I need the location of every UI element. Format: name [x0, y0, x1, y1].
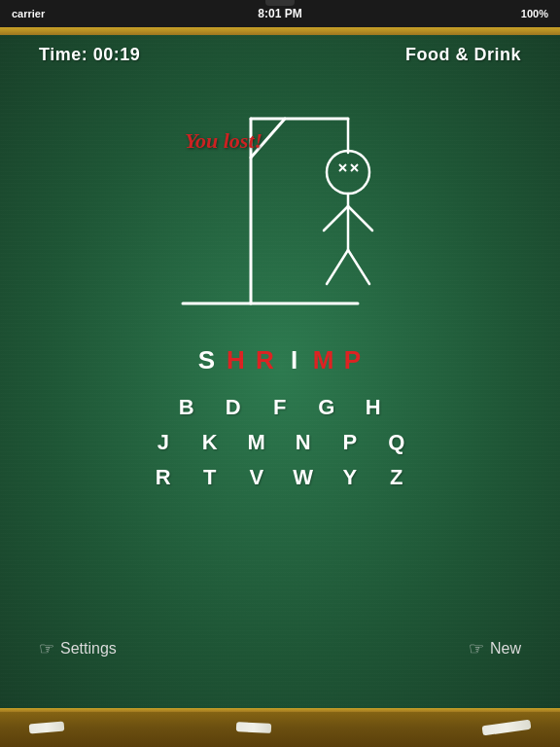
key-M[interactable]: M	[243, 430, 270, 455]
category-display: Food & Drink	[405, 45, 521, 65]
key-D[interactable]: D	[220, 395, 247, 420]
key-F[interactable]: F	[266, 395, 294, 420]
settings-button[interactable]: ☞ Settings	[39, 638, 117, 659]
keyboard-row-2: J K M N P Q	[150, 430, 410, 455]
key-T[interactable]: T	[196, 465, 224, 490]
new-hand-icon: ☞	[469, 638, 484, 659]
chalkboard: Time: 00:19 Food & Drink	[0, 27, 560, 708]
keyboard-row-3: R T V W Y Z	[150, 465, 410, 490]
word-display: S H R I M P	[0, 345, 560, 375]
svg-line-14	[348, 250, 369, 284]
word-letter-4: I	[283, 345, 306, 375]
key-G[interactable]: G	[313, 395, 340, 420]
chalk-piece-3	[482, 720, 532, 736]
camera-notch	[265, 0, 295, 6]
svg-point-5	[327, 151, 369, 194]
svg-line-13	[327, 250, 348, 284]
new-label: New	[490, 640, 521, 658]
battery-indicator: 100%	[521, 8, 548, 19]
key-J[interactable]: J	[150, 430, 177, 455]
carrier-text: carrier	[12, 8, 45, 19]
svg-line-11	[324, 206, 348, 231]
key-P[interactable]: P	[336, 430, 364, 455]
clock: 8:01 PM	[258, 7, 301, 20]
word-letter-1: S	[195, 345, 219, 375]
key-K[interactable]: K	[196, 430, 224, 455]
key-W[interactable]: W	[290, 465, 317, 490]
chalk-piece-1	[29, 721, 65, 733]
eraser-tray	[0, 708, 560, 747]
word-letter-5: M	[312, 345, 335, 375]
key-N[interactable]: N	[290, 430, 317, 455]
word-letter-3: R	[254, 345, 277, 375]
word-letter-2: H	[225, 345, 248, 375]
chalk-piece-2	[236, 722, 271, 733]
chalkboard-frame-top	[0, 27, 560, 35]
settings-hand-icon: ☞	[39, 638, 54, 659]
key-Y[interactable]: Y	[336, 465, 364, 490]
hangman-area: You lost!	[0, 75, 560, 338]
bottom-buttons: ☞ Settings ☞ New	[0, 638, 560, 659]
word-letter-6: P	[341, 345, 365, 375]
hangman-drawing	[124, 80, 436, 333]
key-Z[interactable]: Z	[383, 465, 410, 490]
key-H[interactable]: H	[360, 395, 387, 420]
key-B[interactable]: B	[173, 395, 200, 420]
key-V[interactable]: V	[243, 465, 270, 490]
key-R[interactable]: R	[150, 465, 177, 490]
you-lost-message: You lost!	[185, 128, 262, 154]
svg-line-12	[348, 206, 372, 231]
keyboard-area: B D F G H J K M N P Q R T V W Y Z	[0, 395, 560, 490]
timer-display: Time: 00:19	[39, 45, 140, 65]
new-game-button[interactable]: ☞ New	[469, 638, 521, 659]
settings-label: Settings	[60, 640, 117, 658]
key-Q[interactable]: Q	[383, 430, 410, 455]
keyboard-row-1: B D F G H	[173, 395, 387, 420]
